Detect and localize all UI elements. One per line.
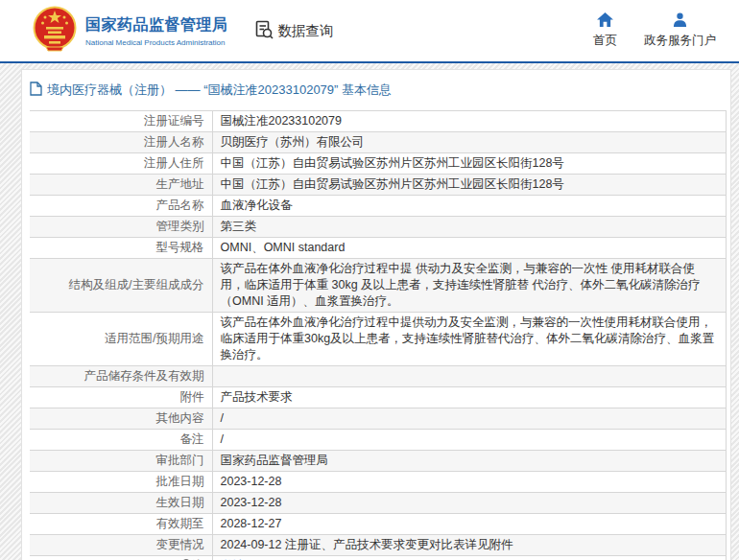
table-row: 注详情 (30, 556, 727, 560)
content-panel: 境内医疗器械（注册） —— “国械注准20233102079” 基本信息 注册证… (21, 69, 731, 560)
table-row: 注册人名称贝朗医疗（苏州）有限公司 (30, 132, 727, 153)
nav-home[interactable]: 首页 (593, 12, 617, 49)
national-emblem-icon (33, 5, 77, 57)
row-label: 变更情况 (30, 535, 212, 556)
row-label: 批准日期 (30, 472, 212, 493)
row-label: 其他内容 (30, 408, 212, 430)
row-value: 国家药品监督管理局 (212, 451, 727, 472)
row-value: 2024-09-12 注册证、产品技术要求变更对比表详见附件 (212, 535, 727, 556)
data-query-label: 数据查询 (278, 22, 334, 40)
table-row: 结构及组成/主要组成成分该产品在体外血液净化治疗过程中提 供动力及安全监测，与兼… (30, 259, 727, 313)
row-label: 有效期至 (30, 514, 212, 535)
table-row: 管理类别第三类 (30, 217, 727, 238)
row-label: 产品名称 (30, 196, 212, 217)
row-label: 型号规格 (30, 238, 212, 259)
row-value: 国械注准20233102079 (212, 111, 727, 132)
table-row: 适用范围/预期用途该产品在体外血液净化治疗过程中提供动力及安全监测，与兼容的一次… (30, 313, 727, 366)
nav-gov-service-portal[interactable]: 政务服务门户 (644, 12, 716, 49)
person-icon (673, 12, 687, 30)
table-row: 型号规格OMNI、OMNI standard (30, 238, 727, 259)
row-label: 注册人住所 (30, 153, 212, 175)
table-row: 有效期至2028-12-27 (30, 514, 727, 535)
nmpa-logo[interactable]: 国家药品监督管理局 National Medical Products Admi… (33, 5, 228, 57)
breadcrumb: 境内医疗器械（注册） —— “国械注准20233102079” 基本信息 (22, 70, 730, 109)
table-row: 附件产品技术要求 (30, 387, 727, 408)
row-value: 中国（江苏）自由贸易试验区苏州片区苏州工业园区长阳街128号 (212, 175, 727, 196)
table-row: 注册证编号国械注准20233102079 (30, 111, 727, 132)
row-label: 注 (30, 556, 212, 560)
row-value: 该产品在体外血液净化治疗过程中提供动力及安全监测，与兼容的一次性使用耗材联合使用… (212, 313, 727, 366)
table-row: 其他内容/ (30, 408, 727, 430)
row-value: 第三类 (212, 217, 727, 238)
row-value: 贝朗医疗（苏州）有限公司 (212, 132, 727, 153)
row-label: 生效日期 (30, 493, 212, 514)
table-row: 注册人住所中国（江苏）自由贸易试验区苏州片区苏州工业园区长阳街128号 (30, 153, 727, 175)
row-label: 适用范围/预期用途 (30, 313, 212, 366)
org-name-cn: 国家药品监督管理局 (85, 15, 228, 35)
row-value (212, 366, 727, 387)
row-label: 管理类别 (30, 217, 212, 238)
table-row: 变更情况2024-09-12 注册证、产品技术要求变更对比表详见附件 (30, 535, 727, 556)
row-value: 中国（江苏）自由贸易试验区苏州片区苏州工业园区长阳街128号 (212, 153, 727, 175)
row-value: / (212, 430, 727, 451)
site-header: 国家药品监督管理局 National Medical Products Admi… (0, 0, 739, 63)
table-row: 产品名称血液净化设备 (30, 196, 727, 217)
row-label: 生产地址 (30, 175, 212, 196)
row-value: OMNI、OMNI standard (212, 238, 727, 259)
row-value: 2023-12-28 (212, 472, 727, 493)
row-label: 结构及组成/主要组成成分 (30, 259, 212, 313)
row-label: 备注 (30, 430, 212, 451)
org-name-en: National Medical Products Administration (85, 38, 228, 47)
row-value: 2028-12-27 (212, 514, 727, 535)
document-icon (30, 82, 42, 99)
nav-home-label: 首页 (593, 33, 617, 49)
table-row: 批准日期2023-12-28 (30, 472, 727, 493)
row-value: 该产品在体外血液净化治疗过程中提 供动力及安全监测，与兼容的一次性 使用耗材联合… (212, 259, 727, 313)
data-query-tab[interactable]: 数据查询 (253, 19, 334, 43)
info-table: 注册证编号国械注准20233102079注册人名称贝朗医疗（苏州）有限公司注册人… (30, 110, 727, 560)
row-label: 注册人名称 (30, 132, 212, 153)
table-row: 生效日期2023-12-28 (30, 493, 727, 514)
row-value: 详情 (212, 556, 727, 560)
nav-gov-portal-label: 政务服务门户 (644, 33, 716, 49)
table-row: 产品储存条件及有效期 (30, 366, 727, 387)
home-icon (597, 12, 613, 30)
table-row: 审批部门国家药品监督管理局 (30, 451, 727, 472)
header-nav: 首页 政务服务门户 (593, 12, 739, 49)
row-value: 产品技术要求 (212, 387, 727, 408)
breadcrumb-text: 境内医疗器械（注册） —— “国械注准20233102079” 基本信息 (47, 82, 392, 99)
row-label: 产品储存条件及有效期 (30, 366, 212, 387)
row-label: 附件 (30, 387, 212, 408)
doc-search-icon (253, 19, 274, 43)
row-value: 2023-12-28 (212, 493, 727, 514)
row-label: 审批部门 (30, 451, 212, 472)
table-row: 备注/ (30, 430, 727, 451)
row-label: 注册证编号 (30, 111, 212, 132)
info-table-body: 注册证编号国械注准20233102079注册人名称贝朗医疗（苏州）有限公司注册人… (30, 111, 727, 560)
table-row: 生产地址中国（江苏）自由贸易试验区苏州片区苏州工业园区长阳街128号 (30, 175, 727, 196)
row-value: / (212, 408, 727, 430)
row-value: 血液净化设备 (212, 196, 727, 217)
